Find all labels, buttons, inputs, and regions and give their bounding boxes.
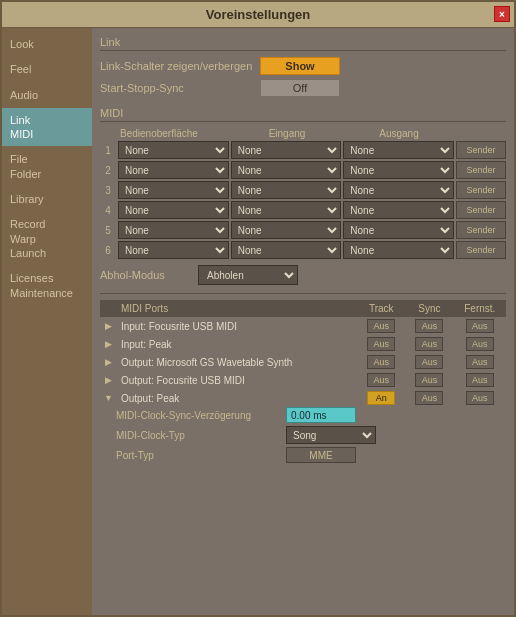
port-sync-0[interactable]: Aus xyxy=(405,317,453,335)
port-remote-4[interactable]: Aus xyxy=(454,389,506,407)
midi-output-select-6[interactable]: None xyxy=(343,241,454,259)
ports-body: ▶ Input: Focusrite USB MIDI Aus Aus Aus … xyxy=(100,317,506,407)
delay-input[interactable] xyxy=(286,407,356,423)
port-remote-btn-1[interactable]: Aus xyxy=(466,337,494,351)
link-show-row: Link-Schalter zeigen/verbergen Show xyxy=(100,57,506,75)
port-track-btn-1[interactable]: Aus xyxy=(367,337,395,351)
midi-row-4: 4 None None None Sender xyxy=(100,201,506,219)
port-track-btn-3[interactable]: Aus xyxy=(367,373,395,387)
sidebar-item-audio[interactable]: Audio xyxy=(2,83,92,107)
link-section-title: Link xyxy=(100,36,506,51)
sender-button-3[interactable]: Sender xyxy=(456,181,506,199)
port-label-2: Output: Microsoft GS Wavetable Synth xyxy=(117,353,357,371)
midi-input-select-2[interactable]: None xyxy=(231,161,342,179)
port-track-0[interactable]: Aus xyxy=(357,317,405,335)
midi-output-select-3[interactable]: None xyxy=(343,181,454,199)
midi-output-select-1[interactable]: None xyxy=(343,141,454,159)
port-sync-btn-4[interactable]: Aus xyxy=(415,391,443,405)
port-remote-3[interactable]: Aus xyxy=(454,371,506,389)
sidebar-item-library[interactable]: Library xyxy=(2,187,92,211)
port-label-4: Output: Peak xyxy=(117,389,357,407)
clock-type-select[interactable]: Song xyxy=(286,426,376,444)
midi-surface-select-3[interactable]: None xyxy=(118,181,229,199)
port-sync-btn-1[interactable]: Aus xyxy=(415,337,443,351)
midi-input-select-4[interactable]: None xyxy=(231,201,342,219)
midi-section-title: MIDI xyxy=(100,107,506,122)
sidebar-item-record-warp-launch[interactable]: Record Warp Launch xyxy=(2,212,92,265)
port-track-btn-0[interactable]: Aus xyxy=(367,319,395,333)
midi-output-select-2[interactable]: None xyxy=(343,161,454,179)
port-remote-btn-3[interactable]: Aus xyxy=(466,373,494,387)
port-expand-4[interactable]: ▼ xyxy=(100,389,117,407)
port-remote-0[interactable]: Aus xyxy=(454,317,506,335)
midi-surface-select-5[interactable]: None xyxy=(118,221,229,239)
port-sync-1[interactable]: Aus xyxy=(405,335,453,353)
midi-surface-select-4[interactable]: None xyxy=(118,201,229,219)
sidebar-item-file-folder[interactable]: File Folder xyxy=(2,147,92,186)
port-remote-2[interactable]: Aus xyxy=(454,353,506,371)
midi-rows-container: 1 None None None Sender 2 None None None… xyxy=(100,141,506,259)
midi-surface-select-2[interactable]: None xyxy=(118,161,229,179)
sender-button-1[interactable]: Sender xyxy=(456,141,506,159)
midi-ports-table: MIDI Ports Track Sync Fernst. ▶ Input: F… xyxy=(100,300,506,407)
port-sync-btn-2[interactable]: Aus xyxy=(415,355,443,369)
port-track-4[interactable]: An xyxy=(357,389,405,407)
midi-input-select-3[interactable]: None xyxy=(231,181,342,199)
delay-label: MIDI-Clock-Sync-Verzögerung xyxy=(116,410,286,421)
abhol-select[interactable]: Abholen xyxy=(198,265,298,285)
sidebar-item-look[interactable]: Look xyxy=(2,32,92,56)
midi-input-select-6[interactable]: None xyxy=(231,241,342,259)
delay-row: MIDI-Clock-Sync-Verzögerung xyxy=(116,407,506,423)
start-stop-button[interactable]: Off xyxy=(260,79,340,97)
sender-button-6[interactable]: Sender xyxy=(456,241,506,259)
midi-output-header: Ausgang xyxy=(344,128,454,139)
sender-button-2[interactable]: Sender xyxy=(456,161,506,179)
port-sync-btn-0[interactable]: Aus xyxy=(415,319,443,333)
port-sync-2[interactable]: Aus xyxy=(405,353,453,371)
midi-row-5: 5 None None None Sender xyxy=(100,221,506,239)
midi-surface-select-6[interactable]: None xyxy=(118,241,229,259)
port-remote-btn-0[interactable]: Aus xyxy=(466,319,494,333)
port-remote-btn-2[interactable]: Aus xyxy=(466,355,494,369)
midi-row-num-1: 1 xyxy=(100,145,116,156)
midi-row-num-6: 6 xyxy=(100,245,116,256)
ports-title-header: MIDI Ports xyxy=(117,300,357,317)
content-area: Link Link-Schalter zeigen/verbergen Show… xyxy=(92,28,514,615)
sidebar-item-licenses-maintenance[interactable]: Licenses Maintenance xyxy=(2,266,92,305)
port-sync-3[interactable]: Aus xyxy=(405,371,453,389)
close-button[interactable]: × xyxy=(494,6,510,22)
title-bar: Voreinstellungen × xyxy=(2,2,514,28)
port-track-btn-2[interactable]: Aus xyxy=(367,355,395,369)
sidebar-item-link-midi[interactable]: Link MIDI xyxy=(2,108,92,147)
port-expand-3[interactable]: ▶ xyxy=(100,371,117,389)
midi-row-num-2: 2 xyxy=(100,165,116,176)
port-track-1[interactable]: Aus xyxy=(357,335,405,353)
port-remote-1[interactable]: Aus xyxy=(454,335,506,353)
midi-input-select-1[interactable]: None xyxy=(231,141,342,159)
port-expand-0[interactable]: ▶ xyxy=(100,317,117,335)
port-expand-2[interactable]: ▶ xyxy=(100,353,117,371)
port-expand-1[interactable]: ▶ xyxy=(100,335,117,353)
midi-surface-select-1[interactable]: None xyxy=(118,141,229,159)
window-title: Voreinstellungen xyxy=(206,7,311,22)
port-sync-4[interactable]: Aus xyxy=(405,389,453,407)
sender-button-4[interactable]: Sender xyxy=(456,201,506,219)
start-stop-label: Start-Stopp-Sync xyxy=(100,82,260,94)
port-track-btn-4[interactable]: An xyxy=(367,391,395,405)
port-track-3[interactable]: Aus xyxy=(357,371,405,389)
port-sync-btn-3[interactable]: Aus xyxy=(415,373,443,387)
midi-row-num-3: 3 xyxy=(100,185,116,196)
abhol-label: Abhol-Modus xyxy=(100,269,190,281)
midi-header-row: Bedienoberfläche Eingang Ausgang xyxy=(100,128,506,139)
midi-input-select-5[interactable]: None xyxy=(231,221,342,239)
port-remote-btn-4[interactable]: Aus xyxy=(466,391,494,405)
sidebar-item-feel[interactable]: Feel xyxy=(2,57,92,81)
track-header: Track xyxy=(357,300,405,317)
sidebar: LookFeelAudioLink MIDIFile FolderLibrary… xyxy=(2,28,92,615)
port-track-2[interactable]: Aus xyxy=(357,353,405,371)
sender-button-5[interactable]: Sender xyxy=(456,221,506,239)
midi-output-select-5[interactable]: None xyxy=(343,221,454,239)
midi-output-select-4[interactable]: None xyxy=(343,201,454,219)
link-show-button[interactable]: Show xyxy=(260,57,340,75)
midi-row-3: 3 None None None Sender xyxy=(100,181,506,199)
